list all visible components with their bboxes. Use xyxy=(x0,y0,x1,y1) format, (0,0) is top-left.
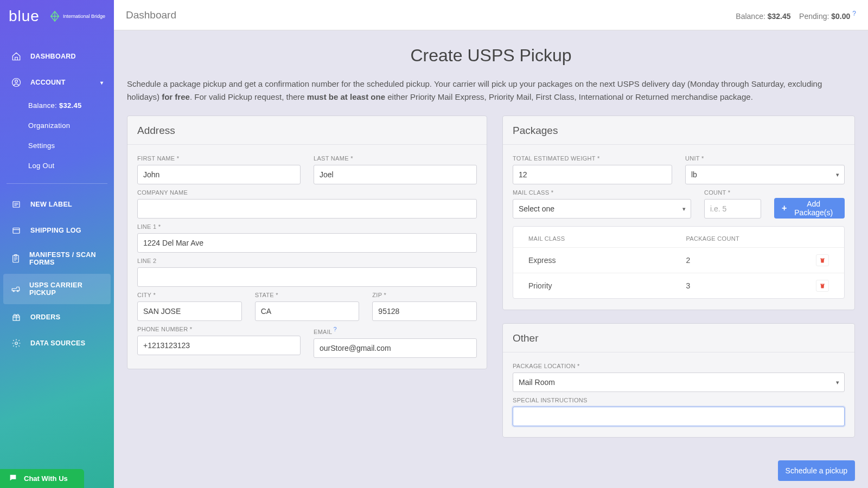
breadcrumb: Dashboard xyxy=(126,9,176,21)
sidebar-sub-logout[interactable]: Log Out xyxy=(0,156,114,176)
home-icon xyxy=(11,51,22,62)
packages-card: Packages TOTAL ESTIMATED WEIGHT * UNIT * xyxy=(502,115,855,310)
help-icon[interactable]: ? xyxy=(334,326,337,332)
location-label: PACKAGE LOCATION * xyxy=(513,363,845,369)
sidebar-item-manifests[interactable]: MANIFESTS / SCAN FORMS xyxy=(0,243,114,274)
topbar: Dashboard Balance: $32.45 Pending: $0.00… xyxy=(114,0,868,30)
main: Dashboard Balance: $32.45 Pending: $0.00… xyxy=(114,0,868,488)
first-name-label: FIRST NAME * xyxy=(137,155,301,162)
box-icon xyxy=(11,225,22,236)
delete-row-button[interactable] xyxy=(816,254,829,266)
gear-icon xyxy=(11,338,22,349)
clipboard-icon xyxy=(11,253,21,264)
email-input[interactable] xyxy=(314,338,477,358)
instructions-label: SPECIAL INSTRUCTIONS xyxy=(513,397,845,403)
city-input[interactable] xyxy=(137,301,242,321)
mail-class-label: MAIL CLASS * xyxy=(513,189,691,196)
last-name-label: LAST NAME * xyxy=(314,155,477,162)
brand-icon xyxy=(49,10,61,22)
brand: blue International Bridge xyxy=(0,0,114,33)
table-row: Express 2 xyxy=(513,247,844,273)
zip-label: ZIP * xyxy=(372,292,477,298)
sidebar-sub-settings[interactable]: Settings xyxy=(0,136,114,156)
company-input[interactable] xyxy=(137,199,477,219)
sidebar: blue International Bridge DASHBOARD ACCO… xyxy=(0,0,114,488)
sidebar-item-label: ORDERS xyxy=(30,313,60,321)
packages-card-title: Packages xyxy=(503,116,854,145)
line1-label: LINE 1 * xyxy=(137,223,477,230)
count-label: COUNT * xyxy=(704,189,761,196)
nav-divider xyxy=(7,183,107,184)
schedule-pickup-button[interactable]: Schedule a pickup xyxy=(778,460,855,481)
intro-text: Schedule a package pickup and get a conf… xyxy=(127,78,855,104)
company-label: COMPANY NAME xyxy=(137,189,477,196)
chat-label: Chat With Us xyxy=(24,474,68,483)
line2-input[interactable] xyxy=(137,267,477,287)
gift-icon xyxy=(11,312,22,323)
sidebar-item-label: USPS CARRIER PICKUP xyxy=(29,281,103,297)
sidebar-item-new-label[interactable]: NEW LABEL xyxy=(0,191,114,217)
svg-point-6 xyxy=(13,291,14,292)
svg-rect-3 xyxy=(13,228,20,234)
sidebar-item-data-sources[interactable]: DATA SOURCES xyxy=(0,330,114,356)
other-card: Other PACKAGE LOCATION * Mail Room SPECI… xyxy=(502,323,855,438)
sidebar-item-account[interactable]: ACCOUNT ▾ xyxy=(0,69,114,95)
sidebar-sub-organization[interactable]: Organization xyxy=(0,115,114,136)
count-input[interactable] xyxy=(704,199,761,219)
plus-icon: + xyxy=(782,203,787,213)
sidebar-item-label: NEW LABEL xyxy=(30,201,72,208)
sidebar-item-label: ACCOUNT xyxy=(30,79,66,86)
email-label: EMAIL? xyxy=(314,326,477,335)
brand-logo: blue xyxy=(9,8,40,25)
nav: DASHBOARD ACCOUNT ▾ Balance: $32.45 Orga… xyxy=(0,33,114,356)
user-icon xyxy=(11,77,22,88)
table-row: Priority 3 xyxy=(513,273,844,298)
svg-point-1 xyxy=(15,80,18,82)
sidebar-item-label: MANIFESTS / SCAN FORMS xyxy=(29,251,103,266)
add-package-button[interactable]: +Add Package(s) xyxy=(774,198,845,219)
location-select[interactable]: Mail Room xyxy=(513,373,845,392)
truck-icon xyxy=(11,284,21,294)
unit-label: UNIT * xyxy=(685,155,845,162)
phone-label: PHONE NUMBER * xyxy=(137,326,301,332)
help-icon[interactable]: ? xyxy=(852,10,856,17)
sidebar-item-label: SHIPPING LOG xyxy=(30,227,81,234)
line1-input[interactable] xyxy=(137,233,477,253)
zip-input[interactable] xyxy=(372,301,477,321)
instructions-input[interactable] xyxy=(513,407,845,426)
delete-row-button[interactable] xyxy=(816,280,829,292)
table-header: MAIL CLASS PACKAGE COUNT xyxy=(513,227,844,247)
state-input[interactable] xyxy=(255,301,360,321)
label-icon xyxy=(11,199,22,210)
balance-display: Balance: $32.45 Pending: $0.00? xyxy=(736,10,856,21)
address-card: Address FIRST NAME * LAST NAME * xyxy=(127,115,487,369)
chat-widget[interactable]: Chat With Us xyxy=(0,469,84,488)
phone-input[interactable] xyxy=(137,336,301,355)
mail-class-select[interactable]: Select one xyxy=(513,199,691,219)
last-name-input[interactable] xyxy=(314,165,477,184)
unit-select[interactable]: lb xyxy=(685,165,845,184)
page-title: Create USPS Pickup xyxy=(127,46,855,66)
svg-point-9 xyxy=(15,342,18,345)
content: Create USPS Pickup Schedule a package pi… xyxy=(114,30,868,488)
other-card-title: Other xyxy=(503,324,854,352)
state-label: STATE * xyxy=(255,292,360,298)
svg-point-7 xyxy=(17,291,18,292)
sidebar-item-label: DATA SOURCES xyxy=(30,339,85,347)
sidebar-sub-balance[interactable]: Balance: $32.45 xyxy=(0,95,114,115)
weight-input[interactable] xyxy=(513,165,672,184)
chevron-down-icon: ▾ xyxy=(100,80,103,86)
chat-icon xyxy=(9,473,17,484)
sidebar-item-usps-pickup[interactable]: USPS CARRIER PICKUP xyxy=(3,274,111,304)
sidebar-item-shipping-log[interactable]: SHIPPING LOG xyxy=(0,217,114,243)
packages-table: MAIL CLASS PACKAGE COUNT Express 2 xyxy=(513,226,845,299)
first-name-input[interactable] xyxy=(137,165,301,184)
sidebar-item-orders[interactable]: ORDERS xyxy=(0,304,114,330)
address-card-title: Address xyxy=(127,116,487,145)
brand-tagline: International Bridge xyxy=(49,10,105,22)
account-submenu: Balance: $32.45 Organization Settings Lo… xyxy=(0,95,114,176)
sidebar-item-dashboard[interactable]: DASHBOARD xyxy=(0,43,114,69)
city-label: CITY * xyxy=(137,292,242,298)
weight-label: TOTAL ESTIMATED WEIGHT * xyxy=(513,155,672,162)
line2-label: LINE 2 xyxy=(137,258,477,264)
